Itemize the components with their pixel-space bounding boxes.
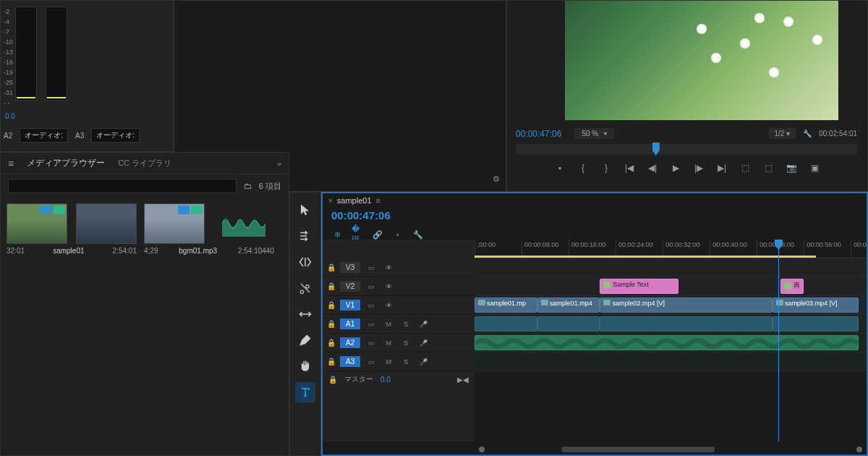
lock-icon[interactable]: 🔒 (327, 301, 336, 309)
resolution-dropdown[interactable]: 1/2 ▾ (768, 128, 796, 139)
cc-libraries-tab[interactable]: CC ライブラリ (118, 158, 171, 169)
bracket-open-icon[interactable]: { (576, 161, 590, 174)
step-back-icon[interactable]: ◀| (646, 161, 659, 174)
mic-icon[interactable]: 🎤 (417, 337, 430, 350)
zoom-dropdown[interactable]: 50 % (574, 128, 614, 139)
scrollbar-thumb[interactable] (561, 447, 715, 452)
eye-icon[interactable]: 👁 (382, 280, 395, 293)
master-track-header[interactable]: 🔒 マスター 0.0 ▶◀ (323, 371, 475, 387)
time-ruler[interactable]: ;00:00 00:00:08:00 00:00:16:00 00:00:24:… (475, 240, 867, 258)
video-clip[interactable]: sample02.mp4 [V] (600, 297, 772, 313)
program-viewport[interactable] (565, 1, 838, 120)
toggle-output-icon[interactable]: ▭ (365, 318, 378, 331)
video-clip[interactable]: sample01.mp4 (537, 297, 600, 313)
track-header-a3[interactable]: 🔒 A3 ▭ M S 🎤 (323, 352, 475, 371)
track-header-v1[interactable]: 🔒 V1 ▭ 👁 (323, 296, 475, 315)
audio-clip[interactable] (475, 316, 537, 332)
hand-tool-icon[interactable] (295, 356, 315, 376)
folder-icon[interactable]: 🗀 (244, 182, 252, 190)
search-input[interactable] (8, 179, 237, 193)
track-lane-v1[interactable]: sample01.mp sample01.mp4 sample02.mp4 [V… (475, 296, 867, 315)
program-scrubber[interactable] (516, 144, 857, 154)
toggle-output-icon[interactable]: ▭ (365, 299, 378, 312)
tab-menu-icon[interactable]: ≡ (376, 196, 380, 205)
track-header-v3[interactable]: 🔒 V3 ▭ 👁 (323, 258, 475, 277)
toggle-output-icon[interactable]: ▭ (365, 261, 378, 274)
eye-icon[interactable]: 👁 (382, 299, 395, 312)
mark-in-icon[interactable]: ▪ (553, 161, 566, 174)
playhead-icon[interactable] (652, 143, 660, 156)
video-clip[interactable]: sample03.mp4 [V] (773, 297, 859, 313)
work-area-bar[interactable] (475, 256, 816, 258)
text-clip[interactable]: 再 (780, 279, 804, 294)
razor-tool-icon[interactable] (295, 278, 315, 298)
lock-icon[interactable]: 🔒 (327, 339, 336, 347)
track-header-a1[interactable]: 🔒 A1 ▭ M S 🎤 (323, 315, 475, 334)
video-clip[interactable]: sample01.mp (475, 297, 537, 313)
timeline-scrollbar[interactable] (475, 444, 867, 455)
lock-icon[interactable]: 🔒 (327, 358, 336, 366)
bracket-close-icon[interactable]: } (600, 161, 613, 174)
audio-clip[interactable] (475, 335, 859, 350)
track-select-tool-icon[interactable] (295, 226, 315, 246)
snap-icon[interactable]: ❄ (331, 229, 343, 240)
comparison-icon[interactable]: ▣ (808, 161, 821, 174)
track-lane-v3[interactable] (475, 258, 867, 277)
magnet-icon[interactable]: �磁 (352, 229, 363, 240)
lock-icon[interactable]: 🔒 (327, 282, 336, 290)
track-header-v2[interactable]: 🔒 V2 ▭ 👁 (323, 277, 475, 296)
solo-button[interactable]: S (399, 337, 412, 350)
toggle-output-icon[interactable]: ▭ (365, 355, 378, 368)
program-timecode[interactable]: 00:00:47:06 (516, 129, 561, 139)
audio-clip[interactable] (773, 316, 859, 332)
wrench-icon[interactable]: 🔧 (803, 130, 812, 138)
step-forward-icon[interactable]: |▶ (692, 161, 705, 174)
mute-button[interactable]: M (382, 337, 395, 350)
track-header-a2[interactable]: 🔒 A2 ▭ M S 🎤 (323, 334, 475, 352)
slip-tool-icon[interactable] (295, 304, 315, 324)
lock-icon[interactable]: 🔒 (328, 376, 337, 384)
text-clip[interactable]: Sample Text (600, 279, 678, 294)
audio-clip[interactable] (600, 316, 772, 332)
go-to-out-icon[interactable]: ▶| (715, 161, 728, 174)
media-item[interactable]: 32:01 sample01 2:54:01 (7, 203, 137, 255)
extract-icon[interactable]: ⬚ (762, 161, 775, 174)
marker-icon[interactable]: ▪ (392, 229, 404, 240)
settings-icon[interactable]: 🔧 (412, 229, 424, 240)
timeline-timecode[interactable]: 00:00:47:06 (331, 209, 391, 221)
pen-tool-icon[interactable] (295, 330, 315, 350)
timeline-playhead[interactable] (778, 240, 779, 442)
hamburger-icon[interactable]: ≡ (8, 158, 14, 169)
overflow-icon[interactable]: » (277, 159, 281, 168)
type-tool-icon[interactable] (295, 382, 315, 402)
track-lane-a1[interactable] (475, 315, 867, 334)
track-lane-v2[interactable]: Sample Text 再 (475, 277, 867, 296)
lock-icon[interactable]: 🔒 (327, 320, 336, 328)
close-tab-icon[interactable]: × (328, 197, 333, 205)
track-lane-a2[interactable] (475, 334, 867, 352)
timeline-track-area[interactable]: ;00:00 00:00:08:00 00:00:16:00 00:00:24:… (475, 240, 867, 442)
mute-button[interactable]: M (382, 318, 395, 331)
eye-icon[interactable]: 👁 (382, 261, 395, 274)
play-icon[interactable]: ▶ (669, 161, 682, 174)
lock-icon[interactable]: 🔒 (327, 263, 336, 271)
solo-button[interactable]: S (399, 318, 412, 331)
toggle-output-icon[interactable]: ▭ (365, 337, 378, 350)
mic-icon[interactable]: 🎤 (417, 355, 430, 368)
selection-tool-icon[interactable] (295, 200, 315, 220)
media-item[interactable]: 4;29 bgm01.mp3 2:54:10440 (144, 203, 274, 255)
go-to-in-icon[interactable]: |◀ (623, 161, 636, 174)
export-frame-icon[interactable]: 📷 (785, 161, 798, 174)
panel-menu-icon[interactable]: ⚙ (493, 174, 500, 184)
mute-button[interactable]: M (382, 355, 395, 368)
toggle-output-icon[interactable]: ▭ (365, 280, 378, 293)
linked-selection-icon[interactable]: 🔗 (372, 229, 383, 240)
mic-icon[interactable]: 🎤 (417, 318, 430, 331)
lift-icon[interactable]: ⬚ (739, 161, 752, 174)
audio-clip[interactable] (537, 316, 600, 332)
ripple-edit-tool-icon[interactable] (295, 252, 315, 272)
collapse-icon[interactable]: ▶◀ (457, 376, 469, 384)
track-lane-a3[interactable] (475, 352, 867, 371)
sequence-tab[interactable]: sample01 (337, 196, 372, 205)
media-browser-title[interactable]: メディアブラウザー (27, 157, 105, 169)
